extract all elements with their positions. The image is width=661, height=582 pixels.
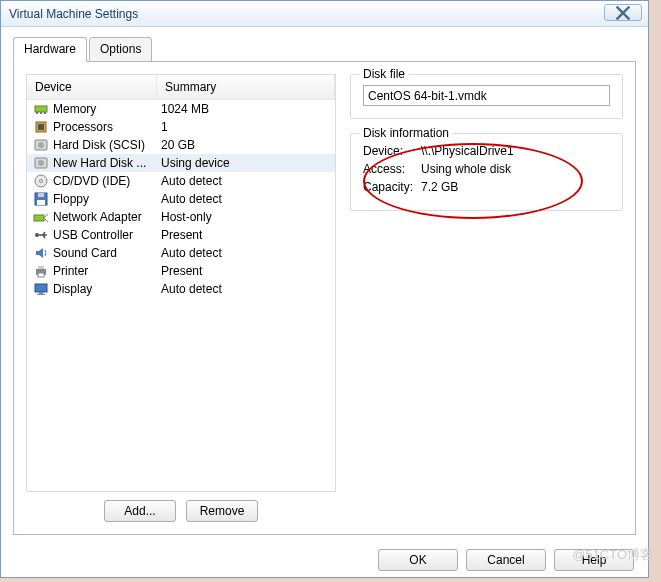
device-summary: Present <box>157 228 335 242</box>
svg-rect-5 <box>38 124 44 130</box>
tabs: Hardware Options <box>13 37 636 62</box>
disk-file-group: Disk file <box>350 74 623 119</box>
cancel-button[interactable]: Cancel <box>466 549 546 571</box>
disk-file-title: Disk file <box>359 67 409 81</box>
device-name: CD/DVD (IDE) <box>53 174 157 188</box>
header-summary[interactable]: Summary <box>157 75 335 99</box>
memory-icon <box>33 101 49 117</box>
net-icon <box>33 209 49 225</box>
sound-icon <box>33 245 49 261</box>
svg-rect-19 <box>38 273 44 277</box>
disk-info-group: Disk information Device:\\.\PhysicalDriv… <box>350 133 623 211</box>
device-summary: Auto detect <box>157 192 335 206</box>
device-summary: 1 <box>157 120 335 134</box>
device-summary: Auto detect <box>157 174 335 188</box>
device-list[interactable]: Device Summary Memory1024 MBProcessors1H… <box>26 74 336 492</box>
device-summary: Auto detect <box>157 282 335 296</box>
window-title: Virtual Machine Settings <box>9 7 138 21</box>
cd-icon <box>33 173 49 189</box>
help-button[interactable]: Help <box>554 549 634 571</box>
device-row-cpu[interactable]: Processors1 <box>27 118 335 136</box>
capacity-value: 7.2 GB <box>421 180 458 194</box>
hdd-icon <box>33 137 49 153</box>
hdd-icon <box>33 155 49 171</box>
ok-button[interactable]: OK <box>378 549 458 571</box>
tab-hardware[interactable]: Hardware <box>13 37 87 62</box>
printer-icon <box>33 263 49 279</box>
capacity-label: Capacity: <box>363 180 421 194</box>
left-pane: Device Summary Memory1024 MBProcessors1H… <box>26 74 336 522</box>
access-value: Using whole disk <box>421 162 511 176</box>
svg-point-11 <box>40 180 43 183</box>
device-row-floppy[interactable]: FloppyAuto detect <box>27 190 335 208</box>
svg-point-9 <box>38 160 44 166</box>
svg-rect-22 <box>37 294 45 295</box>
svg-rect-14 <box>37 200 45 205</box>
device-row-display[interactable]: DisplayAuto detect <box>27 280 335 298</box>
device-name: Memory <box>53 102 157 116</box>
list-header: Device Summary <box>27 75 335 100</box>
device-row-net[interactable]: Network AdapterHost-only <box>27 208 335 226</box>
svg-point-7 <box>38 142 44 148</box>
svg-rect-1 <box>36 112 38 114</box>
device-name: Floppy <box>53 192 157 206</box>
device-row-printer[interactable]: PrinterPresent <box>27 262 335 280</box>
svg-rect-3 <box>44 112 46 114</box>
device-row-hdd[interactable]: New Hard Disk ...Using device <box>27 154 335 172</box>
tab-options[interactable]: Options <box>89 37 152 62</box>
svg-point-16 <box>35 233 39 237</box>
device-row-cd[interactable]: CD/DVD (IDE)Auto detect <box>27 172 335 190</box>
close-button[interactable] <box>604 4 642 21</box>
device-name: Hard Disk (SCSI) <box>53 138 157 152</box>
add-button[interactable]: Add... <box>104 500 176 522</box>
hardware-panel: Device Summary Memory1024 MBProcessors1H… <box>13 61 636 535</box>
disk-file-input[interactable] <box>363 85 610 106</box>
device-summary: Using device <box>157 156 335 170</box>
settings-window: Virtual Machine Settings Hardware Option… <box>0 0 649 578</box>
device-row-memory[interactable]: Memory1024 MB <box>27 100 335 118</box>
device-row-usb[interactable]: USB ControllerPresent <box>27 226 335 244</box>
svg-rect-2 <box>40 112 42 114</box>
device-name: New Hard Disk ... <box>53 156 157 170</box>
disk-info-title: Disk information <box>359 126 453 140</box>
device-value: \\.\PhysicalDrive1 <box>421 144 514 158</box>
svg-rect-20 <box>35 284 47 292</box>
dialog-buttons: OK Cancel Help <box>378 549 634 571</box>
device-label: Device: <box>363 144 421 158</box>
device-summary: 1024 MB <box>157 102 335 116</box>
usb-icon <box>33 227 49 243</box>
device-name: Processors <box>53 120 157 134</box>
remove-button[interactable]: Remove <box>186 500 258 522</box>
content-area: Hardware Options Device Summary Memory10… <box>1 27 648 535</box>
close-icon <box>615 5 631 21</box>
header-device[interactable]: Device <box>27 75 157 99</box>
titlebar: Virtual Machine Settings <box>1 1 648 27</box>
floppy-icon <box>33 191 49 207</box>
device-summary: Present <box>157 264 335 278</box>
device-name: Printer <box>53 264 157 278</box>
device-row-sound[interactable]: Sound CardAuto detect <box>27 244 335 262</box>
device-name: Sound Card <box>53 246 157 260</box>
device-summary: Auto detect <box>157 246 335 260</box>
svg-rect-15 <box>34 215 44 221</box>
list-buttons: Add... Remove <box>26 500 336 522</box>
device-name: Display <box>53 282 157 296</box>
device-summary: 20 GB <box>157 138 335 152</box>
svg-rect-13 <box>38 193 44 197</box>
device-summary: Host-only <box>157 210 335 224</box>
svg-rect-18 <box>38 266 44 269</box>
cpu-icon <box>33 119 49 135</box>
device-name: Network Adapter <box>53 210 157 224</box>
svg-rect-0 <box>35 106 47 112</box>
device-name: USB Controller <box>53 228 157 242</box>
display-icon <box>33 281 49 297</box>
right-pane: Disk file Disk information Device:\\.\Ph… <box>350 74 623 522</box>
device-row-hdd[interactable]: Hard Disk (SCSI)20 GB <box>27 136 335 154</box>
access-label: Access: <box>363 162 421 176</box>
svg-rect-21 <box>39 292 43 294</box>
